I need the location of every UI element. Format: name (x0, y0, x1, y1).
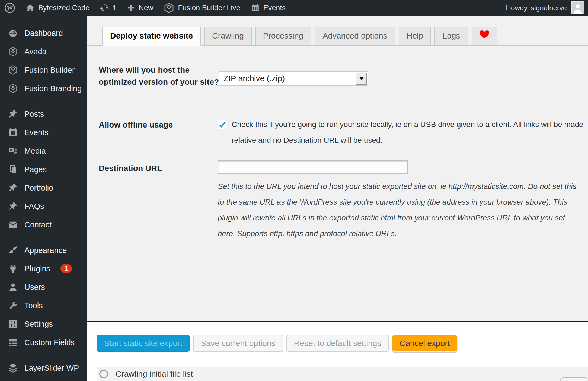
status-label: Crawling initial file list (116, 369, 193, 379)
tab-help[interactable]: Help (399, 27, 431, 46)
sidebar-item-faqs[interactable]: FAQs (0, 197, 87, 215)
calendar-icon (251, 3, 260, 12)
check-icon (218, 120, 226, 129)
sidebar-item-media[interactable]: Media (0, 142, 87, 160)
sidebar-item-custom-fields[interactable]: Custom Fields (0, 333, 87, 352)
mail-icon (8, 220, 18, 230)
reset-defaults-button[interactable]: Reset to default settings (286, 335, 389, 352)
sidebar-item-label: Fusion Branding (24, 84, 82, 93)
sidebar-item-portfolio[interactable]: Portfolio (0, 179, 87, 197)
host-destination-select[interactable]: ZIP archive (.zip) (219, 71, 368, 86)
sidebar-item-layerslider[interactable]: LayerSlider WP (0, 359, 87, 377)
selected-option: ZIP archive (.zip) (219, 74, 356, 83)
sidebar-item-plugins[interactable]: Plugins 1 (0, 259, 87, 278)
wordpress-logo-menu[interactable]: W (4, 2, 15, 13)
site-home-link[interactable]: Bytesized Code (25, 3, 90, 12)
sidebar-item-tools[interactable]: Tools (0, 296, 87, 315)
events-admin-link[interactable]: Events (251, 3, 286, 12)
sidebar-item-events[interactable]: Events (0, 123, 87, 142)
status-circle-icon (99, 370, 108, 378)
sidebar-item-label: Portfolio (24, 183, 53, 192)
hexagon-icon (164, 2, 174, 13)
updates-count: 1 (113, 4, 117, 12)
tab-deploy-static-website[interactable]: Deploy static website (102, 27, 201, 46)
svg-text:W: W (7, 5, 13, 11)
custom-fields-icon (8, 338, 18, 347)
sidebar-item-settings[interactable]: Settings (0, 315, 87, 333)
sidebar-item-label: Events (24, 128, 49, 137)
dashboard-icon (8, 28, 18, 38)
sidebar-item-users[interactable]: Users (0, 278, 87, 296)
sidebar-item-avada[interactable]: Avada (0, 42, 87, 61)
pin-icon (8, 109, 18, 119)
updates-indicator[interactable]: 1 (100, 3, 117, 12)
site-name: Bytesized Code (38, 4, 90, 12)
sidebar-item-label: Plugins (24, 264, 50, 273)
plugin-content: Deploy static website Crawling Processin… (87, 16, 588, 381)
tab-heart[interactable] (472, 27, 497, 46)
tab-crawling[interactable]: Crawling (204, 27, 252, 46)
hexagon-icon (8, 47, 18, 56)
export-status-row: Crawling initial file list (97, 367, 588, 381)
action-buttons: Start static site export Save current op… (97, 335, 458, 352)
tab-processing[interactable]: Processing (255, 27, 311, 46)
fusion-builder-live-label: Fusion Builder Live (178, 4, 240, 12)
plugin-icon (8, 264, 18, 274)
offline-usage-description: Check this if you're going to run your s… (232, 117, 584, 148)
sidebar-item-label: Tools (24, 301, 43, 310)
save-options-button[interactable]: Save current options (193, 335, 283, 352)
sidebar-item-fusion-branding[interactable]: Fusion Branding (0, 79, 87, 98)
select-arrow-button[interactable] (356, 72, 367, 85)
layers-icon (8, 363, 18, 373)
admin-sidebar: Dashboard Avada (0, 16, 87, 381)
host-question-label: Where will you host the optimized versio… (99, 64, 223, 88)
sidebar-item-label: Appearance (24, 246, 67, 255)
plugin-tabs: Deploy static website Crawling Processin… (87, 27, 588, 46)
sidebar-item-label: Settings (24, 320, 53, 329)
cancel-export-button[interactable]: Cancel export (392, 335, 457, 352)
sidebar-item-dashboard[interactable]: Dashboard (0, 24, 87, 42)
account-menu[interactable]: Howdy, signalnerve (506, 1, 588, 14)
hexagon-icon (8, 84, 18, 93)
wordpress-admin-screen: W Bytesized Code 1 (0, 0, 588, 381)
tab-logs[interactable]: Logs (434, 27, 468, 46)
offline-usage-label: Allow offline usage (99, 119, 173, 131)
settings-icon (8, 319, 18, 329)
admin-bar: W Bytesized Code 1 (0, 0, 588, 16)
refresh-icon (100, 3, 109, 12)
new-content-button[interactable]: New (127, 4, 153, 12)
sidebar-item-pages[interactable]: Pages (0, 160, 87, 179)
destination-url-description: Set this to the URL you intend to host y… (218, 179, 579, 242)
sidebar-item-label: LayerSlider WP (24, 364, 79, 373)
user-icon (8, 282, 18, 292)
partial-button-bottom-right[interactable] (560, 377, 587, 381)
pin-icon (8, 201, 18, 211)
sidebar-item-appearance[interactable]: Appearance (0, 241, 87, 259)
brush-icon (8, 245, 18, 255)
pin-icon (8, 183, 18, 193)
sidebar-item-label: Custom Fields (24, 338, 75, 347)
tab-advanced-options[interactable]: Advanced options (315, 27, 395, 46)
sidebar-item-label: Users (24, 283, 45, 292)
sidebar-item-label: Media (24, 147, 46, 155)
offline-usage-checkbox[interactable] (218, 120, 227, 129)
sidebar-item-label: Dashboard (24, 29, 63, 38)
heart-icon (479, 27, 490, 45)
sidebar-item-posts[interactable]: Posts (0, 105, 87, 123)
calendar-icon (8, 128, 18, 137)
new-label: New (139, 4, 153, 12)
events-label: Events (263, 4, 286, 12)
wrench-icon (8, 301, 18, 310)
sidebar-item-fusion-builder[interactable]: Fusion Builder (0, 61, 87, 79)
pages-icon (8, 164, 18, 174)
sidebar-item-label: Avada (24, 47, 47, 56)
sidebar-item-label: Contact (24, 220, 52, 229)
sidebar-item-label: Posts (24, 110, 44, 119)
fusion-builder-live-link[interactable]: Fusion Builder Live (164, 2, 240, 13)
start-export-button[interactable]: Start static site export (97, 335, 190, 352)
sidebar-item-contact[interactable]: Contact (0, 215, 87, 234)
sidebar-item-label: Fusion Builder (24, 66, 75, 75)
wordpress-logo-icon: W (4, 2, 15, 13)
sidebar-item-label: Pages (24, 165, 47, 174)
destination-url-input[interactable] (218, 160, 408, 174)
